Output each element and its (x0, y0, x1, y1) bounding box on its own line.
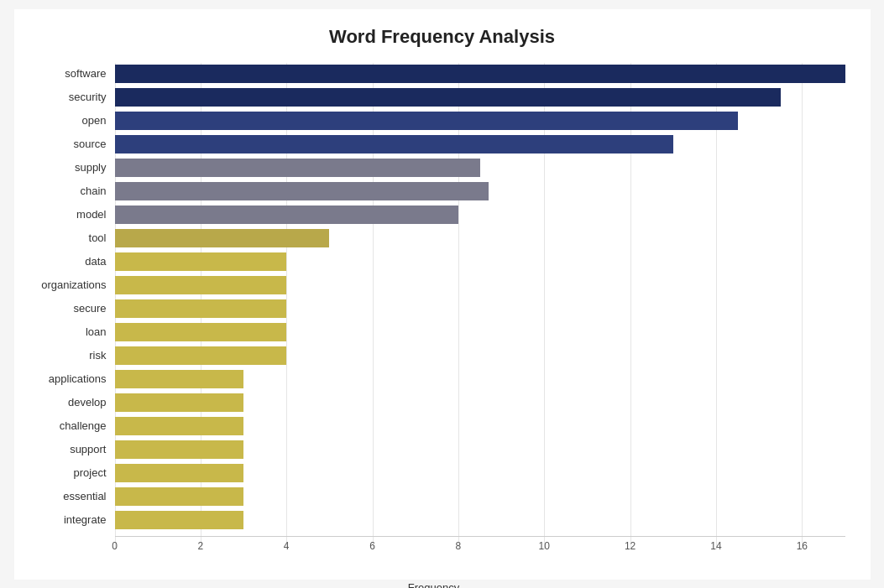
bar-row: secure (115, 298, 845, 320)
bar-label: open (23, 114, 115, 127)
bar-fill (115, 206, 458, 224)
bar-track (115, 299, 845, 318)
bar-track (115, 276, 845, 294)
bar-track (115, 252, 845, 271)
bar-fill (115, 487, 244, 506)
bar-track (115, 229, 845, 247)
x-tick-label: 2 (198, 540, 204, 552)
bar-fill (115, 159, 480, 177)
bar-label: tool (23, 232, 115, 244)
bar-row: data (115, 251, 845, 273)
bar-track (115, 464, 845, 482)
bar-label: risk (23, 349, 115, 362)
bar-row: applications (115, 368, 845, 390)
bar-label: essential (23, 490, 115, 502)
x-tick-label: 0 (112, 540, 118, 552)
bar-row: supply (115, 157, 845, 179)
bar-row: challenge (115, 415, 845, 437)
bar-track (115, 440, 845, 459)
bar-fill (115, 370, 244, 388)
bar-track (115, 159, 845, 177)
x-axis: 0246810121416 (115, 536, 845, 561)
bar-track (115, 393, 845, 412)
bar-label: secure (23, 302, 115, 315)
bar-label: develop (23, 396, 115, 408)
bar-fill (115, 135, 673, 154)
bar-label: supply (23, 161, 115, 174)
bar-label: organizations (23, 278, 115, 291)
bars-container: softwaresecurityopensourcesupplychainmod… (115, 63, 845, 531)
bar-fill (115, 88, 781, 107)
bar-fill (115, 323, 287, 341)
bar-row: organizations (115, 274, 845, 296)
x-tick-label: 8 (456, 540, 462, 552)
bar-fill (115, 229, 330, 247)
bar-track (115, 206, 845, 224)
bar-fill (115, 112, 738, 130)
bar-row: security (115, 86, 845, 108)
bar-track (115, 346, 845, 365)
bar-track (115, 511, 845, 529)
bar-track (115, 182, 845, 200)
bar-track (115, 112, 845, 130)
bar-fill (115, 393, 244, 412)
bar-row: loan (115, 321, 845, 343)
x-tick-label: 4 (284, 540, 290, 552)
bar-label: loan (23, 325, 115, 338)
x-tick-label: 16 (797, 540, 808, 552)
bar-label: security (23, 91, 115, 103)
bar-label: challenge (23, 419, 115, 432)
bar-row: source (115, 133, 845, 155)
bar-fill (115, 346, 287, 365)
bar-track (115, 88, 845, 107)
bar-label: data (23, 255, 115, 268)
bar-label: project (23, 466, 115, 479)
chart-title: Word Frequency Analysis (39, 26, 845, 48)
bar-track (115, 135, 845, 154)
bar-row: model (115, 204, 845, 226)
bar-track (115, 487, 845, 506)
bar-fill (115, 440, 244, 459)
bar-track (115, 323, 845, 341)
bar-label: source (23, 138, 115, 150)
bar-row: support (115, 439, 845, 461)
x-tick-label: 10 (539, 540, 550, 552)
bar-track (115, 370, 845, 388)
x-tick-label: 12 (625, 540, 636, 552)
bar-fill (115, 276, 287, 294)
bar-fill (115, 299, 287, 318)
bar-track (115, 65, 845, 83)
bar-fill (115, 65, 845, 83)
bar-fill (115, 182, 489, 200)
bar-fill (115, 464, 244, 482)
bar-row: software (115, 63, 845, 85)
bar-label: support (23, 443, 115, 455)
bar-label: chain (23, 185, 115, 197)
x-tick-label: 14 (710, 540, 721, 552)
bar-fill (115, 511, 244, 529)
bar-row: essential (115, 486, 845, 507)
bar-label: software (23, 67, 115, 80)
bar-row: risk (115, 345, 845, 367)
bar-label: model (23, 208, 115, 221)
bar-label: integrate (23, 513, 115, 526)
bar-row: open (115, 110, 845, 132)
bar-fill (115, 417, 244, 435)
bar-row: develop (115, 392, 845, 414)
bar-row: tool (115, 227, 845, 249)
x-tick-label: 6 (369, 540, 375, 552)
chart-container: Word Frequency Analysis softwaresecurity… (14, 9, 871, 580)
x-axis-label: Frequency (23, 581, 845, 589)
bar-label: applications (23, 372, 115, 385)
bar-row: project (115, 462, 845, 484)
bar-row: chain (115, 180, 845, 202)
bar-fill (115, 252, 287, 271)
chart-area: softwaresecurityopensourcesupplychainmod… (115, 63, 845, 549)
bar-track (115, 417, 845, 435)
bar-row: integrate (115, 509, 845, 531)
